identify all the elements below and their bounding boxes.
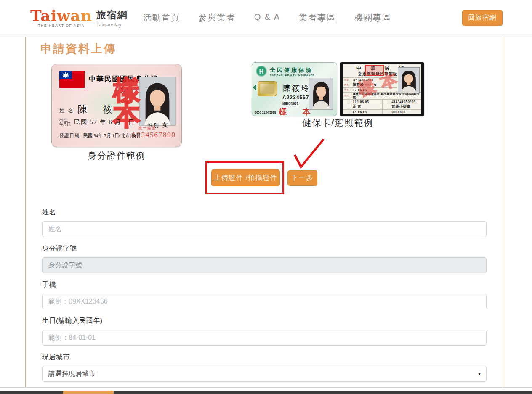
license-photo xyxy=(398,67,420,93)
id-card-photo xyxy=(139,77,176,126)
id-number-input xyxy=(42,257,487,273)
nhi-logo-icon: H xyxy=(256,66,267,77)
nhi-card-number: 0000 1234 5678 xyxy=(255,111,276,114)
birthday-input[interactable] xyxy=(42,330,487,346)
nhi-name: 陳筱玲 xyxy=(282,83,310,94)
main-nav: 活動首頁 參與業者 Q & A 業者專區 機關專區 xyxy=(143,12,391,24)
health-license-caption: 健保卡/駕照範例 xyxy=(252,117,424,129)
name-label: 姓名 xyxy=(42,208,487,217)
id-card-issue-row: 發證日期 民國 94年 7月 1日(北市)換發 xyxy=(59,132,141,139)
page-title: 申請資料上傳 xyxy=(40,41,116,56)
name-input[interactable] xyxy=(42,221,487,237)
nav-item-participants[interactable]: 參與業者 xyxy=(199,12,236,24)
health-card-sample-image: H 全民健康保險 NATIONAL HEALTH INSURANCE 陳筱玲 A… xyxy=(252,62,337,116)
next-step-button[interactable]: 下一步 xyxy=(287,170,317,186)
city-select[interactable]: 請選擇現居城市 ▼ xyxy=(42,366,487,382)
mobile-input[interactable] xyxy=(42,294,487,309)
nav-item-agency-zone[interactable]: 機關專區 xyxy=(354,12,391,24)
upload-id-button[interactable]: 上傳證件 /拍攝證件 xyxy=(211,169,280,186)
back-to-site-button[interactable]: 回旅宿網 xyxy=(462,10,503,26)
id-card-birth-row: 出 生 年月日 民國 57 年 6 月 日 xyxy=(59,118,135,127)
header: Taiwan THE HEART OF ASIA 旅宿網 Taiwanstay … xyxy=(0,0,532,36)
field-mobile: 手機 xyxy=(42,280,487,309)
nav-item-business-zone[interactable]: 業者專區 xyxy=(299,12,336,24)
annotation-checkmark-icon xyxy=(290,136,328,172)
site-name-en: Taiwanstay xyxy=(96,22,128,28)
id-card-sample-image: 中華民國國民身分證 樣 本 姓 名 陳 筱 出 生 年月日 民國 57 年 xyxy=(51,64,182,147)
license-sample-image: 中 華 民 國 交通部製發汽車駕駛執照 照號 A2 xyxy=(340,62,424,116)
logo-tagline: THE HEART OF ASIA xyxy=(38,24,85,28)
page-root: Taiwan THE HEART OF ASIA 旅宿網 Taiwanstay … xyxy=(0,0,532,394)
footer-accent xyxy=(63,391,114,394)
nhi-photo xyxy=(309,78,333,110)
chevron-down-icon: ▼ xyxy=(477,372,481,376)
logo-brand-text: Taiwan xyxy=(30,8,92,23)
city-select-value: 請選擇現居城市 xyxy=(48,370,96,378)
license-body: 照號 A234567890 姓名 陳筱玲 性別 女 出生 57.06.05 xyxy=(343,77,421,114)
content-bottom-divider xyxy=(0,387,532,388)
nhi-org: 全民健康保險 NATIONAL HEALTH INSURANCE xyxy=(270,66,314,77)
nhi-birth-date: 89/01/01 xyxy=(282,101,299,106)
taiwan-logo: Taiwan THE HEART OF ASIA xyxy=(30,8,92,28)
site-name-cn: 旅宿網 xyxy=(96,8,128,21)
field-id-number: 身分證字號 xyxy=(42,244,487,273)
site-name: 旅宿網 Taiwanstay xyxy=(96,8,128,28)
nav-item-qa[interactable]: Q & A xyxy=(254,12,280,24)
city-label: 現居城市 xyxy=(42,352,487,362)
nhi-chip-icon xyxy=(258,81,277,96)
field-city: 現居城市 請選擇現居城市 ▼ xyxy=(42,352,487,382)
site-logo[interactable]: Taiwan THE HEART OF ASIA 旅宿網 Taiwanstay xyxy=(30,8,128,28)
nhi-chip-arrow-icon xyxy=(253,85,256,90)
id-card-name-row: 姓 名 陳 筱 xyxy=(59,103,119,116)
mobile-label: 手機 xyxy=(42,280,487,289)
birthday-label: 生日(請輸入民國年) xyxy=(42,316,487,325)
taiwan-flag-icon xyxy=(59,71,85,88)
license-red-stamp xyxy=(365,65,384,76)
nav-item-home[interactable]: 活動首頁 xyxy=(143,12,180,24)
field-name: 姓名 xyxy=(42,208,487,237)
application-form: 姓名 身分證字號 手機 生日(請輸入民國年) 現居城市 請選擇現居城市 ▼ xyxy=(42,208,487,389)
field-birthday: 生日(請輸入民國年) xyxy=(42,316,487,346)
id-number-label: 身分證字號 xyxy=(42,244,487,253)
id-card-caption: 身分證件範例 xyxy=(51,150,182,161)
